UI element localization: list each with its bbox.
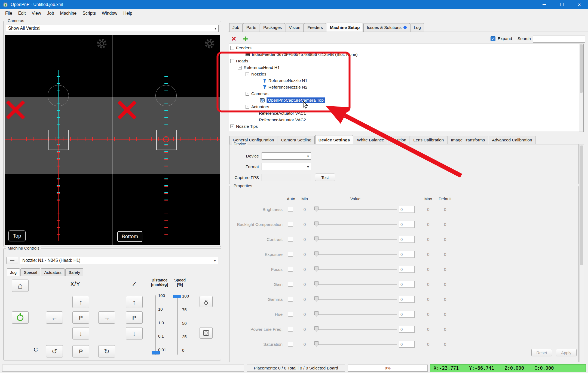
tab-position[interactable]: Position bbox=[388, 136, 409, 144]
value-slider[interactable] bbox=[314, 281, 397, 288]
delete-icon[interactable]: × bbox=[231, 35, 236, 43]
rotate-ccw-button[interactable]: ↺ bbox=[46, 345, 63, 357]
value-slider[interactable] bbox=[314, 311, 397, 318]
reset-button[interactable]: Reset bbox=[531, 349, 552, 356]
distance-slider[interactable] bbox=[155, 295, 156, 355]
tab-camera-settling[interactable]: Camera Settling bbox=[278, 136, 315, 144]
scrollbar-thumb[interactable] bbox=[580, 44, 583, 93]
capture-fps-input[interactable] bbox=[262, 174, 311, 181]
tab-white-balance[interactable]: White Balance bbox=[354, 136, 387, 144]
tab-parts[interactable]: Parts bbox=[243, 23, 259, 32]
expand-checkbox[interactable]: ✓ bbox=[491, 36, 495, 41]
rotate-cw-button[interactable]: ↻ bbox=[98, 345, 115, 357]
add-icon[interactable]: + bbox=[243, 34, 248, 43]
auto-checkbox[interactable] bbox=[288, 327, 293, 332]
menu-scripts[interactable]: Scripts bbox=[79, 10, 99, 17]
tab-log[interactable]: Log bbox=[411, 23, 424, 32]
slider-thumb-icon[interactable] bbox=[314, 207, 318, 212]
value-slider[interactable] bbox=[314, 221, 397, 228]
tree-item-referencenozzle-n2[interactable]: ReferenceNozzle N2 bbox=[229, 84, 578, 90]
auto-checkbox[interactable] bbox=[288, 312, 293, 317]
camera-display-area[interactable]: Top Bottom bbox=[5, 35, 220, 245]
tab-feeders[interactable]: Feeders bbox=[304, 23, 326, 32]
collapse-toggle-icon[interactable]: − bbox=[230, 46, 234, 50]
tree-item-feeders[interactable]: − Feeders bbox=[229, 45, 578, 51]
camera-view-selector[interactable]: Show All Vertical ▾ bbox=[6, 25, 219, 32]
value-input[interactable] bbox=[399, 281, 415, 288]
value-input[interactable] bbox=[399, 341, 415, 348]
value-input[interactable] bbox=[399, 311, 415, 318]
tree-item-referenceactuator-vac2[interactable]: ReferenceActuator VAC2 bbox=[229, 117, 578, 123]
auto-checkbox[interactable] bbox=[288, 297, 293, 302]
tab-vision[interactable]: Vision bbox=[286, 23, 304, 32]
park-z-button[interactable]: P bbox=[126, 311, 143, 324]
auto-checkbox[interactable] bbox=[288, 342, 293, 347]
tab-issues-solutions[interactable]: Issues & Solutions bbox=[363, 23, 410, 32]
value-slider[interactable] bbox=[314, 326, 397, 333]
value-slider[interactable] bbox=[314, 206, 397, 213]
tree-item-nozzle-tips[interactable]: + Nozzle Tips bbox=[229, 123, 578, 130]
tab-special[interactable]: Special bbox=[20, 268, 40, 276]
jog-z-minus-button[interactable]: ↓ bbox=[126, 327, 143, 339]
value-input[interactable] bbox=[399, 296, 415, 303]
device-selector[interactable]: ▾ bbox=[262, 152, 311, 160]
slider-thumb-icon[interactable] bbox=[314, 266, 318, 272]
tool-selector[interactable]: Nozzle: N1 - N045 (Head: H1) ▾ bbox=[20, 257, 218, 264]
menu-job[interactable]: Job bbox=[44, 10, 57, 17]
collapse-toggle-icon[interactable]: − bbox=[238, 66, 242, 69]
test-button[interactable]: Test bbox=[315, 174, 335, 181]
value-slider[interactable] bbox=[314, 341, 397, 348]
tree-item-referenceactuator-vac1[interactable]: ReferenceActuator VAC1 bbox=[229, 110, 578, 117]
tab-device-settings[interactable]: Device Settings bbox=[315, 135, 353, 144]
jog-x-plus-button[interactable]: → bbox=[98, 311, 115, 324]
speed-slider[interactable] bbox=[177, 295, 178, 355]
slider-thumb-icon[interactable] bbox=[314, 236, 318, 242]
slider-thumb-icon[interactable] bbox=[314, 296, 318, 302]
value-slider[interactable] bbox=[314, 296, 397, 303]
auto-checkbox[interactable] bbox=[288, 237, 293, 242]
minimize-button[interactable] bbox=[536, 0, 553, 9]
camera-view-bottom[interactable]: Bottom bbox=[112, 35, 220, 245]
tab-packages[interactable]: Packages bbox=[260, 23, 285, 32]
tree-item-referencehead-h1[interactable]: − ReferenceHead H1 bbox=[229, 64, 578, 71]
camera-settings-gear-icon[interactable] bbox=[203, 37, 216, 51]
settings-scrollbar[interactable] bbox=[579, 145, 584, 362]
expand-toggle-icon[interactable]: + bbox=[230, 125, 234, 128]
auto-checkbox[interactable] bbox=[288, 207, 293, 212]
park-xy-button[interactable]: P bbox=[72, 311, 89, 324]
tree-item-actuators[interactable]: − Actuators bbox=[229, 104, 578, 110]
value-slider[interactable] bbox=[314, 251, 397, 258]
menu-edit[interactable]: Edit bbox=[15, 10, 29, 17]
auto-checkbox[interactable] bbox=[288, 282, 293, 287]
menu-window[interactable]: Window bbox=[99, 10, 120, 17]
slider-thumb-icon[interactable] bbox=[314, 251, 318, 257]
value-input[interactable] bbox=[399, 221, 415, 228]
collapse-toggle-icon[interactable]: − bbox=[230, 59, 234, 63]
tree-item-cameras[interactable]: − Cameras bbox=[229, 90, 578, 97]
jog-x-minus-button[interactable]: ← bbox=[46, 311, 63, 324]
maximize-button[interactable] bbox=[553, 0, 571, 9]
slider-thumb-icon[interactable] bbox=[314, 326, 318, 332]
camera-view-top[interactable]: Top bbox=[5, 35, 112, 245]
tree-item-nozzles[interactable]: − Nozzles bbox=[229, 71, 578, 77]
collapse-toggle-icon[interactable]: − bbox=[246, 92, 249, 96]
auto-checkbox[interactable] bbox=[288, 267, 293, 272]
jog-y-plus-button[interactable]: ↑ bbox=[72, 296, 89, 308]
camera-capture-button[interactable] bbox=[200, 327, 213, 339]
tab-safety[interactable]: Safety bbox=[65, 268, 84, 276]
home-button[interactable]: ⌂ bbox=[12, 280, 29, 292]
tree-item-referencenozzle-n1[interactable]: ReferenceNozzle N1 bbox=[229, 77, 578, 84]
jog-y-minus-button[interactable]: ↓ bbox=[72, 327, 89, 339]
close-button[interactable]: × bbox=[571, 0, 588, 9]
value-slider[interactable] bbox=[314, 236, 397, 243]
slider-thumb-icon[interactable] bbox=[314, 311, 318, 317]
value-input[interactable] bbox=[399, 251, 415, 258]
collapse-toggle-icon[interactable]: − bbox=[246, 72, 249, 76]
power-button[interactable] bbox=[12, 311, 29, 324]
apply-button[interactable]: Apply bbox=[556, 349, 577, 356]
tree-item-openpnpcapturecamera-top[interactable]: OpenPnpCaptureCamera Top bbox=[229, 97, 578, 104]
scrollbar-thumb[interactable] bbox=[580, 145, 583, 265]
tab-jog[interactable]: Jog bbox=[7, 268, 20, 276]
slider-thumb-icon[interactable] bbox=[314, 341, 318, 347]
menu-file[interactable]: File bbox=[2, 10, 15, 17]
